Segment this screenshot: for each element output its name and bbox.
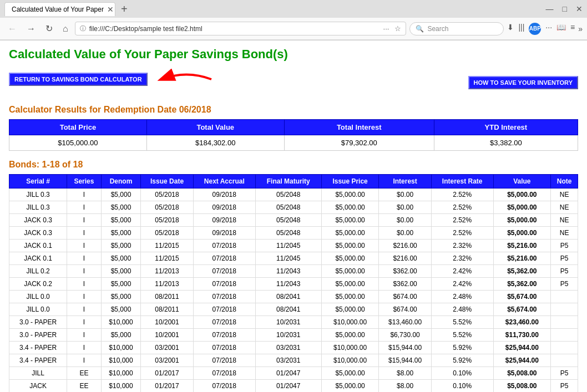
toolbar-icons: ⬇ ||| ABP ··· 📖 ≡: [507, 23, 575, 35]
home-button[interactable]: ⌂: [59, 23, 72, 35]
tab-title: Calculated Value of Your Paper: [12, 6, 104, 13]
page-content: Calculated Value of Your Paper Savings B…: [0, 40, 587, 392]
search-bar[interactable]: 🔍 Search: [409, 22, 504, 35]
extensions-icon[interactable]: ···: [545, 23, 552, 35]
close-button[interactable]: ✕: [576, 4, 583, 13]
table-row: JACK 0.3I$5,00005/201809/201805/2048$5,0…: [9, 227, 578, 240]
menu-button[interactable]: ≡: [570, 23, 575, 35]
tab-close-button[interactable]: ✕: [107, 5, 114, 14]
url-dots[interactable]: ···: [383, 24, 389, 33]
page-title: Calculated Value of Your Paper Savings B…: [9, 47, 578, 62]
return-button[interactable]: RETURN TO SAVINGS BOND CALCULATOR: [9, 73, 148, 86]
table-row: JACK 0.3I$5,00005/201809/201805/2048$5,0…: [9, 214, 578, 227]
table-row: JACK 0.2I$5,00011/201307/201811/2043$5,0…: [9, 278, 578, 291]
reader-icon[interactable]: 📖: [556, 23, 566, 35]
active-tab[interactable]: Calculated Value of Your Paper ✕: [4, 2, 115, 16]
table-row: JILL 0.3I$5,00005/201809/201805/2048$5,0…: [9, 189, 578, 201]
new-tab-button[interactable]: +: [118, 3, 131, 16]
save-button[interactable]: HOW TO SAVE YOUR INVENTORY: [468, 76, 578, 89]
table-row: 3.0 - PAPERI$5,00010/200107/201810/2031$…: [9, 329, 578, 342]
search-placeholder: Search: [427, 25, 448, 33]
nav-bar: ← → ↻ ⌂ ⓘ file:///C:/Desktop/sample test…: [0, 18, 587, 40]
table-row: 3.0 - PAPERI$10,00010/200107/201810/2031…: [9, 316, 578, 329]
library-icon[interactable]: |||: [518, 23, 524, 35]
return-area: RETURN TO SAVINGS BOND CALCULATOR: [9, 67, 214, 91]
header-buttons: RETURN TO SAVINGS BOND CALCULATOR HOW TO…: [9, 67, 578, 98]
red-arrow-icon: [153, 67, 214, 91]
download-icon[interactable]: ⬇: [507, 23, 514, 35]
bonds-header: Bonds: 1-18 of 18: [9, 160, 578, 170]
forward-button[interactable]: →: [23, 23, 39, 35]
bonds-table: Serial #SeriesDenomIssue DateNext Accrua…: [9, 174, 578, 392]
summary-table: Total PriceTotal ValueTotal InterestYTD …: [9, 119, 578, 151]
table-row: JACK 0.1I$5,00011/201507/201811/2045$5,0…: [9, 252, 578, 265]
reload-button[interactable]: ↻: [42, 22, 56, 35]
table-row: JACK 0.1I$5,00011/201507/201811/2045$5,0…: [9, 240, 578, 252]
abp-button[interactable]: ABP: [529, 23, 541, 35]
table-row: 3.4 - PAPERI$10,00003/200107/201803/2031…: [9, 354, 578, 367]
table-row: 3.4 - PAPERI$10,00003/200107/201803/2031…: [9, 342, 578, 354]
url-bar[interactable]: ⓘ file:///C:/Desktop/sample test file2.h…: [75, 22, 407, 35]
back-button[interactable]: ←: [4, 23, 20, 35]
table-row: JACKEE$10,00001/201707/201801/2047$5,000…: [9, 380, 578, 393]
tab-bar: Calculated Value of Your Paper ✕ + — □ ✕: [0, 0, 587, 18]
url-text: file:///C:/Desktop/sample test file2.htm…: [89, 25, 380, 33]
table-row: JILL 0.0I$5,00008/201107/201808/2041$5,0…: [9, 303, 578, 316]
section-title: Calculator Results for Redemption Date 0…: [9, 105, 578, 115]
restore-button[interactable]: □: [563, 4, 567, 13]
chevron-icon[interactable]: »: [578, 24, 583, 33]
secure-icon: ⓘ: [80, 24, 86, 33]
search-icon: 🔍: [416, 25, 424, 33]
minimize-button[interactable]: —: [546, 4, 554, 13]
table-row: JILL 0.2I$5,00011/201307/201811/2043$5,0…: [9, 265, 578, 278]
table-row: JILL 0.0I$5,00008/201107/201808/2041$5,0…: [9, 291, 578, 303]
table-row: JILLEE$10,00001/201707/201801/2047$5,000…: [9, 367, 578, 380]
table-row: JILL 0.3I$5,00005/201809/201805/2048$5,0…: [9, 201, 578, 214]
window-controls: — □ ✕: [546, 4, 583, 13]
bookmark-icon[interactable]: ☆: [394, 24, 401, 33]
url-actions: ··· ☆: [383, 24, 402, 33]
browser-chrome: Calculated Value of Your Paper ✕ + — □ ✕…: [0, 0, 587, 40]
